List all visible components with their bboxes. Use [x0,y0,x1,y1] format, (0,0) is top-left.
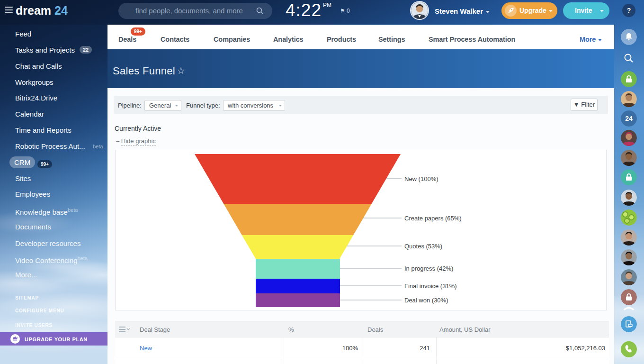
svg-text:Create papers (65%): Create papers (65%) [404,215,462,222]
svg-text:Quotes (53%): Quotes (53%) [404,243,442,250]
svg-text:In progress (42%): In progress (42%) [404,265,453,272]
svg-text:Final invoice (31%): Final invoice (31%) [404,282,457,290]
svg-text:New (100%): New (100%) [404,175,438,182]
svg-text:Deal won (30%): Deal won (30%) [404,297,448,304]
